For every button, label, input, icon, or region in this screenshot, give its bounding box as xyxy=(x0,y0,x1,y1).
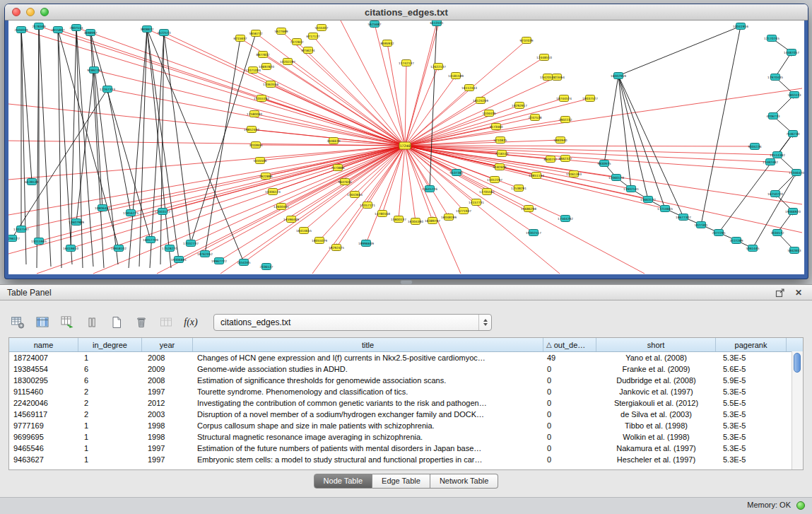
cell-out_degree[interactable]: 0 xyxy=(543,443,596,454)
column-header-year[interactable]: year xyxy=(142,338,193,351)
cell-pagerank[interactable]: 5.9E-5 xyxy=(716,375,787,386)
cell-name[interactable]: 14569117 xyxy=(9,409,78,420)
cell-name[interactable]: 19384554 xyxy=(9,363,78,375)
cell-pagerank[interactable]: 5.3E-5 xyxy=(716,420,787,431)
cell-name[interactable]: 18724007 xyxy=(9,352,78,363)
cell-name[interactable]: 9463627 xyxy=(9,454,78,465)
cell-out_degree[interactable]: 0 xyxy=(543,363,596,375)
float-panel-icon[interactable] xyxy=(774,287,787,298)
cell-title[interactable]: Genome-wide association studies in ADHD. xyxy=(193,363,543,375)
table-row[interactable]: 1830029562008Estimation of significance … xyxy=(9,375,803,386)
import-table-icon[interactable] xyxy=(157,313,175,332)
tab-network-table[interactable]: Network Table xyxy=(430,474,499,489)
cell-short[interactable]: Franke et al. (2009) xyxy=(596,363,716,375)
cell-in_degree[interactable]: 1 xyxy=(78,352,142,363)
cell-name[interactable]: 9465546 xyxy=(9,443,78,454)
table-selector-dropdown[interactable]: citations_edges.txt xyxy=(213,314,492,331)
cell-pagerank[interactable]: 5.3E-5 xyxy=(716,352,787,363)
cell-name[interactable]: 22420046 xyxy=(9,397,78,409)
tab-edge-table[interactable]: Edge Table xyxy=(372,474,430,489)
window-titlebar[interactable]: citations_edges.txt xyxy=(5,4,808,21)
table-row[interactable]: 969969511998Structural magnetic resonanc… xyxy=(9,431,803,443)
new-column-icon[interactable] xyxy=(58,313,76,332)
cell-year[interactable]: 1997 xyxy=(142,386,193,397)
show-columns-icon[interactable] xyxy=(33,313,52,332)
cell-title[interactable]: Estimation of significance thresholds fo… xyxy=(193,375,543,386)
table-row[interactable]: 2242004622012Investigating the contribut… xyxy=(9,397,803,409)
cell-out_degree[interactable]: 0 xyxy=(543,409,596,420)
column-header-pagerank[interactable]: pagerank xyxy=(716,338,787,351)
cell-pagerank[interactable]: 5.3E-5 xyxy=(716,386,787,397)
cell-short[interactable]: Yano et al. (2008) xyxy=(596,352,716,363)
table-row[interactable]: 911546021997Tourette syndrome. Phenomeno… xyxy=(9,386,803,397)
cell-short[interactable]: Stergiakouli et al. (2012) xyxy=(596,397,716,409)
cell-pagerank[interactable]: 5.3E-5 xyxy=(716,409,787,420)
cell-out_degree[interactable]: 0 xyxy=(543,431,596,443)
cell-short[interactable]: Wolkin et al. (1998) xyxy=(596,431,716,443)
cell-pagerank[interactable]: 5.3E-5 xyxy=(716,431,787,443)
cell-in_degree[interactable]: 2 xyxy=(78,397,142,409)
cell-out_degree[interactable]: 0 xyxy=(543,454,596,465)
cell-out_degree[interactable]: 0 xyxy=(543,420,596,431)
cell-in_degree[interactable]: 2 xyxy=(78,386,142,397)
cell-name[interactable]: 18300295 xyxy=(9,375,78,386)
minimize-button[interactable] xyxy=(26,8,35,16)
cell-in_degree[interactable]: 1 xyxy=(78,454,142,465)
cell-pagerank[interactable]: 5.6E-5 xyxy=(716,363,787,375)
cell-year[interactable]: 2003 xyxy=(142,409,193,420)
cell-out_degree[interactable]: 0 xyxy=(543,397,596,409)
table-row[interactable]: 1456911722003Disruption of a novel membe… xyxy=(9,409,803,420)
cell-in_degree[interactable]: 6 xyxy=(78,363,142,375)
close-panel-icon[interactable]: ✕ xyxy=(792,287,805,298)
cell-year[interactable]: 2008 xyxy=(142,352,193,363)
column-header-title[interactable]: title xyxy=(193,338,543,351)
cell-short[interactable]: Nakamura et al. (1997) xyxy=(596,443,716,454)
table-mode-icon[interactable] xyxy=(8,313,27,332)
cell-title[interactable]: Disruption of a novel member of a sodium… xyxy=(193,409,543,420)
cell-short[interactable]: Tibbo et al. (1998) xyxy=(596,420,716,431)
cell-in_degree[interactable]: 1 xyxy=(78,431,142,443)
cell-year[interactable]: 1997 xyxy=(142,454,193,465)
column-header-short[interactable]: short xyxy=(596,338,716,351)
row-height-icon[interactable] xyxy=(83,313,101,332)
cell-name[interactable]: 9115460 xyxy=(9,386,78,397)
delete-table-icon[interactable] xyxy=(132,313,151,332)
cell-year[interactable]: 2012 xyxy=(142,397,193,409)
cell-in_degree[interactable]: 1 xyxy=(78,443,142,454)
close-button[interactable] xyxy=(12,8,20,16)
network-svg[interactable]: 6215657565677256276697372822671712755554… xyxy=(8,21,804,274)
cell-out_degree[interactable]: 49 xyxy=(543,352,596,363)
cell-in_degree[interactable]: 6 xyxy=(78,375,142,386)
cell-short[interactable]: Dudbridge et al. (2008) xyxy=(596,375,716,386)
tab-node-table[interactable]: Node Table xyxy=(314,474,372,489)
cell-out_degree[interactable]: 0 xyxy=(543,375,596,386)
cell-in_degree[interactable]: 2 xyxy=(78,409,142,420)
cell-title[interactable]: Embryonic stem cells: a model to study s… xyxy=(193,454,543,465)
vertical-scrollbar[interactable] xyxy=(792,351,803,469)
cell-title[interactable]: Tourette syndrome. Phenomenology and cla… xyxy=(193,386,543,397)
network-canvas[interactable]: 6215657565677256276697372822671712755554… xyxy=(8,21,804,274)
cell-title[interactable]: Changes of HCN gene expression and I(f) … xyxy=(193,352,543,363)
column-header-out_degree[interactable]: △out_de… xyxy=(543,338,596,351)
cell-title[interactable]: Corpus callosum shape and size in male p… xyxy=(193,420,543,431)
cell-in_degree[interactable]: 1 xyxy=(78,420,142,431)
table-row[interactable]: 946554611997Estimation of the future num… xyxy=(9,443,803,454)
cell-year[interactable]: 2009 xyxy=(142,363,193,375)
cell-year[interactable]: 1998 xyxy=(142,420,193,431)
cell-pagerank[interactable]: 5.3E-5 xyxy=(716,443,787,454)
column-header-name[interactable]: name xyxy=(9,338,78,351)
cell-short[interactable]: de Silva et al. (2003) xyxy=(596,409,716,420)
zoom-button[interactable] xyxy=(40,8,49,16)
cell-title[interactable]: Structural magnetic resonance image aver… xyxy=(193,431,543,443)
cell-year[interactable]: 2008 xyxy=(142,375,193,386)
cell-name[interactable]: 9699695 xyxy=(9,431,78,443)
cell-title[interactable]: Investigating the contribution of common… xyxy=(193,397,543,409)
table-row[interactable]: 1872400712008Changes of HCN gene express… xyxy=(9,352,803,363)
column-header-in_degree[interactable]: in_degree xyxy=(78,338,142,351)
cell-year[interactable]: 1998 xyxy=(142,431,193,443)
cell-year[interactable]: 1997 xyxy=(142,443,193,454)
table-row[interactable]: 977716911998Corpus callosum shape and si… xyxy=(9,420,803,431)
function-builder-icon[interactable]: f(x) xyxy=(182,313,200,332)
cell-short[interactable]: Hescheler et al. (1997) xyxy=(596,454,716,465)
cell-short[interactable]: Jankovic et al. (1997) xyxy=(596,386,716,397)
